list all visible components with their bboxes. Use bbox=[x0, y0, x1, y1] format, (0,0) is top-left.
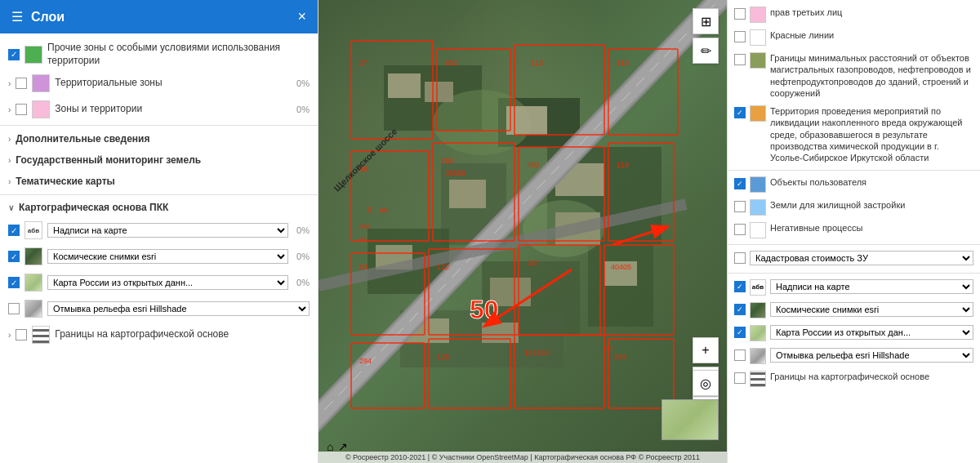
share-icon[interactable]: ↗ bbox=[338, 440, 348, 453]
location-icon[interactable]: ◎ bbox=[693, 370, 719, 396]
right-dropdown-cadastral-value[interactable]: Кадастровая стоимость ЗУ bbox=[750, 251, 973, 265]
right-layer-cadastral-value[interactable]: Кадастровая стоимость ЗУ bbox=[728, 247, 980, 270]
right-icon-min-distances bbox=[750, 52, 766, 69]
layer-icon-hillshade bbox=[24, 300, 42, 318]
expand-arrow-kartographic[interactable]: ∨ bbox=[8, 203, 14, 212]
right-label-negative: Негативные процессы bbox=[770, 222, 973, 234]
right-icon-negative bbox=[750, 222, 766, 238]
section-kartographic[interactable]: ∨ Картографическая основа ПКК bbox=[0, 198, 318, 217]
panel-title: Слои bbox=[31, 10, 65, 24]
svg-rect-11 bbox=[425, 82, 453, 102]
layer-checkbox-satellite[interactable] bbox=[8, 251, 20, 262]
right-checkbox-hillshade[interactable] bbox=[734, 349, 746, 361]
svg-text:5: 5 bbox=[368, 206, 372, 214]
layer-checkbox-zones[interactable] bbox=[16, 104, 27, 115]
layer-checkbox-borders[interactable] bbox=[16, 329, 27, 341]
expand-arrow-borders[interactable]: › bbox=[8, 331, 11, 340]
layer-territorial-zones[interactable]: › Территориальные зоны 0% bbox=[0, 70, 318, 96]
layer-opacity-territorial: 0% bbox=[296, 78, 310, 88]
right-dropdown-hillshade[interactable]: Отмывка рельефа esri Hillshade bbox=[770, 348, 973, 363]
right-checkbox-residential[interactable] bbox=[734, 201, 746, 212]
right-icon-red-lines bbox=[750, 29, 766, 46]
right-layer-russia-map[interactable]: Карта России из открытых дан... bbox=[728, 322, 980, 345]
layer-opacity-zones: 0% bbox=[296, 105, 310, 114]
layer-dropdown-hillshade[interactable]: Отмывка рельефа esri Hillshade bbox=[47, 301, 310, 316]
layer-checkbox-hillshade[interactable] bbox=[8, 303, 20, 314]
hamburger-icon[interactable]: ☰ bbox=[11, 9, 23, 24]
svg-text:57: 57 bbox=[606, 345, 613, 353]
right-layer-third-party[interactable]: прав третьих лиц bbox=[728, 3, 980, 26]
right-dropdown-labels[interactable]: Надписи на карте bbox=[770, 279, 973, 294]
svg-text:126: 126 bbox=[437, 353, 449, 361]
section-additional-info[interactable]: › Дополнительные сведения bbox=[0, 128, 318, 149]
right-layer-satellite[interactable]: Космические снимки esri bbox=[728, 299, 980, 322]
layer-borders[interactable]: › Границы на картографической основе bbox=[0, 322, 318, 348]
layer-zones-territories[interactable]: › Зоны и территории 0% bbox=[0, 96, 318, 122]
layer-icon-special-zones bbox=[24, 46, 42, 64]
expand-arrow-monitoring[interactable]: › bbox=[8, 156, 11, 165]
svg-text:265: 265 bbox=[441, 157, 453, 165]
layer-opacity-russia: 0% bbox=[296, 278, 310, 287]
zoom-in-button[interactable]: + bbox=[693, 337, 719, 363]
right-checkbox-third-party[interactable] bbox=[734, 8, 746, 20]
svg-text:35550: 35550 bbox=[445, 169, 466, 177]
right-label-residential: Земли для жилищной застройки bbox=[770, 199, 973, 211]
right-checkbox-negative[interactable] bbox=[734, 224, 746, 235]
right-checkbox-labels[interactable] bbox=[734, 281, 746, 292]
right-layer-borders[interactable]: Границы на картографической основе bbox=[728, 367, 980, 390]
right-dropdown-russia-map[interactable]: Карта России из открытых дан... bbox=[770, 325, 973, 340]
right-checkbox-min-distances[interactable] bbox=[734, 54, 746, 65]
svg-text:148263: 148263 bbox=[524, 349, 549, 357]
right-layer-residential[interactable]: Земли для жилищной застройки bbox=[728, 196, 980, 219]
right-checkbox-russia-map[interactable] bbox=[734, 327, 746, 338]
right-layer-hillshade[interactable]: Отмывка рельефа esri Hillshade bbox=[728, 345, 980, 367]
right-checkbox-red-lines[interactable] bbox=[734, 31, 746, 42]
layer-special-zones[interactable]: Прочие зоны с особыми условиями использо… bbox=[0, 38, 318, 70]
layer-checkbox-special-zones[interactable] bbox=[8, 49, 20, 60]
close-icon[interactable]: × bbox=[297, 8, 306, 25]
right-layer-red-lines[interactable]: Красные линии bbox=[728, 26, 980, 49]
section-state-monitoring[interactable]: › Государственный мониторинг земель bbox=[0, 149, 318, 171]
map-area[interactable]: 27 652 113 118 88 265 35550 450 119 63 1… bbox=[318, 0, 727, 463]
home-icon[interactable]: ⌂ bbox=[327, 440, 333, 453]
right-layer-chemical[interactable]: Территория проведения мероприятий по лик… bbox=[728, 102, 980, 167]
svg-text:293: 293 bbox=[614, 353, 626, 361]
draw-button[interactable]: ✏ bbox=[693, 38, 719, 64]
layers-toggle-button[interactable]: ⊞ bbox=[693, 8, 719, 34]
right-layer-user-objects[interactable]: Объекты пользователя bbox=[728, 173, 980, 196]
svg-text:308: 308 bbox=[359, 223, 371, 230]
section-thematic-maps[interactable]: › Тематические карты bbox=[0, 171, 318, 192]
expand-arrow-additional[interactable]: › bbox=[8, 135, 11, 144]
expand-arrow-territorial[interactable]: › bbox=[8, 79, 11, 88]
map-background: 27 652 113 118 88 265 35550 450 119 63 1… bbox=[318, 0, 727, 463]
layer-dropdown-satellite[interactable]: Космические снимки esri bbox=[47, 249, 288, 264]
minimap[interactable] bbox=[662, 399, 719, 440]
location-button[interactable]: ◎ bbox=[693, 370, 719, 396]
right-layer-labels[interactable]: абв Надписи на карте bbox=[728, 276, 980, 299]
layer-checkbox-territorial[interactable] bbox=[16, 78, 27, 89]
right-layer-negative[interactable]: Негативные процессы bbox=[728, 219, 980, 242]
layer-dropdown-labels[interactable]: Надписи на карте bbox=[47, 223, 288, 238]
right-panel: прав третьих лиц Красные линии Границы м… bbox=[727, 0, 980, 463]
right-icon-residential bbox=[750, 199, 766, 216]
right-checkbox-cadastral-value[interactable] bbox=[734, 252, 746, 264]
right-dropdown-satellite[interactable]: Космические снимки esri bbox=[770, 302, 973, 317]
expand-arrow-thematic[interactable]: › bbox=[8, 177, 11, 186]
right-layer-min-distances[interactable]: Границы минимальных расстояний от объект… bbox=[728, 49, 980, 102]
right-icon-russia-map bbox=[750, 325, 766, 341]
layer-labels[interactable]: абв Надписи на карте 0% bbox=[0, 217, 318, 243]
layer-icon-russia bbox=[24, 274, 42, 292]
svg-rect-10 bbox=[388, 73, 421, 98]
right-checkbox-satellite[interactable] bbox=[734, 304, 746, 315]
layer-satellite[interactable]: Космические снимки esri 0% bbox=[0, 243, 318, 269]
expand-arrow-zones[interactable]: › bbox=[8, 105, 11, 114]
layer-checkbox-labels[interactable] bbox=[8, 225, 20, 236]
layer-russia-map[interactable]: Карта России из открытых данн... 0% bbox=[0, 269, 318, 296]
right-checkbox-borders[interactable] bbox=[734, 372, 746, 384]
layer-dropdown-russia[interactable]: Карта России из открытых данн... bbox=[47, 275, 288, 290]
layer-hillshade[interactable]: Отмывка рельефа esri Hillshade bbox=[0, 296, 318, 322]
layer-checkbox-russia[interactable] bbox=[8, 277, 20, 288]
right-checkbox-chemical[interactable] bbox=[734, 107, 746, 118]
right-checkbox-user-objects[interactable] bbox=[734, 178, 746, 189]
right-label-third-party: прав третьих лиц bbox=[770, 7, 973, 18]
